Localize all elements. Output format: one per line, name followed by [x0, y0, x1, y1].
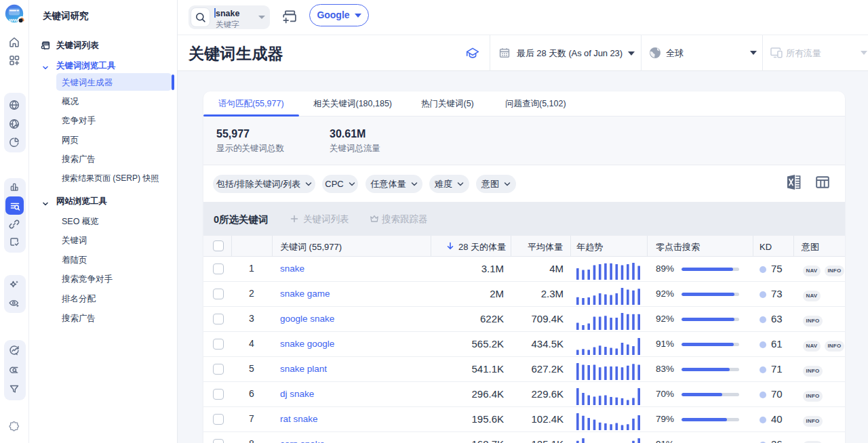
svg-text:ww: ww: [8, 17, 18, 23]
